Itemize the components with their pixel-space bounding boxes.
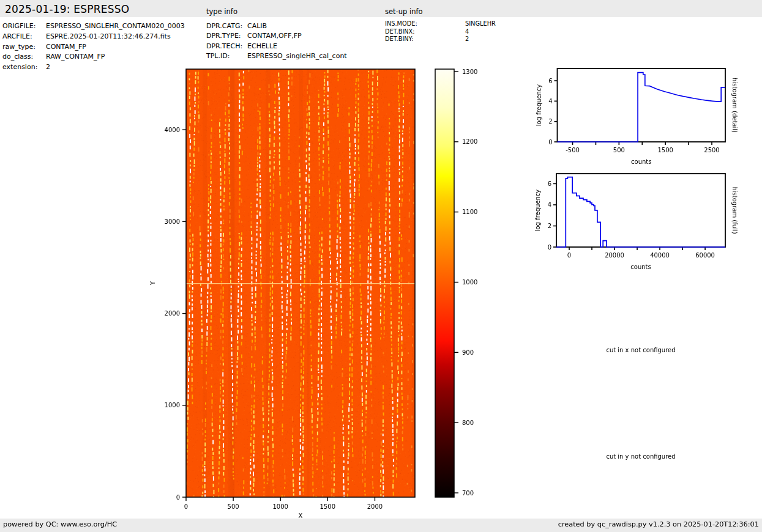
metadata-row: ORIGFILE:ESPRESSO_SINGLEHR_CONTAM020_000… [2, 21, 185, 32]
main-image-plot [186, 69, 415, 497]
y-tick-label: 4 [548, 201, 551, 208]
x-tick-label: -500 [566, 147, 580, 153]
metadata-label: do_class: [2, 52, 46, 62]
y-tick-label: 4000 [165, 127, 180, 133]
histogram-full-plot [556, 174, 725, 247]
metadata-row: raw_type:CONTAM_FP [2, 42, 185, 53]
metadata-value: CONTAM_FP [46, 42, 86, 53]
type-info-label: DPR.CATG: [206, 21, 247, 31]
y-tick-label: 0 [548, 139, 552, 146]
y-tick-label: 2 [548, 223, 551, 229]
y-tick-label: 3000 [165, 218, 180, 225]
type-info-value: ECHELLE [247, 42, 277, 51]
setup-info-value: SINGLEHR [465, 20, 496, 28]
type-info-row: DPR.TECH:ECHELLE [206, 42, 347, 51]
x-tick-label: 1500 [657, 147, 673, 153]
x-tick-label: 1500 [320, 503, 335, 510]
x-tick-label: 1000 [273, 503, 288, 510]
type-info-label: DPR.TYPE: [206, 31, 247, 41]
y-tick-label: 2000 [165, 310, 180, 317]
metadata-row: extension:2 [2, 62, 185, 73]
x-tick-label: 60000 [695, 252, 715, 259]
x-tick-label: 40000 [650, 252, 670, 259]
setup-info-label: DET.BINY: [385, 35, 465, 43]
y-tick-label: 0 [176, 494, 180, 501]
page-title: 2025-01-19: ESPRESSO [5, 3, 129, 15]
histogram-full-title: histogram (full) [731, 187, 738, 234]
footer-created-by: created by qc_rawdisp.py v1.2.3 on 2025-… [558, 520, 759, 528]
metadata-value: ESPRESSO_SINGLEHR_CONTAM020_0003 [46, 21, 185, 32]
type-info-label: TPL.ID: [206, 51, 247, 61]
x-tick-label: 0 [184, 503, 188, 510]
setup-info-row: DET.BINX:4 [385, 28, 496, 36]
colorbar-tick-label: 800 [462, 419, 474, 426]
metadata-row: do_class:RAW_CONTAM_FP [2, 52, 185, 62]
metadata-value: 2 [46, 62, 50, 73]
colorbar-tick-label: 1200 [462, 138, 477, 145]
histogram-detail-plot [557, 68, 725, 142]
colorbar-tick-label: 1000 [462, 279, 477, 286]
y-axis-label: log frequency [534, 190, 541, 232]
section-label-setup-info: set-up info [385, 7, 423, 16]
type-info-value: CALIB [247, 21, 267, 31]
setup-info-value: 2 [465, 35, 469, 43]
type-info-block: DPR.CATG:CALIBDPR.TYPE:CONTAM,OFF,FPDPR.… [206, 21, 347, 62]
type-info-row: TPL.ID:ESPRESSO_singleHR_cal_cont [206, 51, 347, 61]
footer-powered-by: powered by QC: www.eso.org/HC [3, 520, 117, 528]
setup-info-row: DET.BINY:2 [385, 35, 496, 43]
x-axis-label: counts [630, 264, 651, 270]
colorbar-tick-label: 700 [462, 490, 474, 497]
setup-info-row: INS.MODE:SINGLEHR [385, 20, 496, 28]
type-info-value: CONTAM,OFF,FP [247, 31, 302, 41]
x-tick-label: 20000 [605, 252, 624, 259]
y-tick-label: 0 [548, 244, 551, 251]
histogram-detail-title: histogram (detail) [731, 78, 738, 133]
metadata-row: ARCFILE:ESPRE.2025-01-20T11:32:46.274.fi… [2, 32, 185, 42]
metadata-label: ORIGFILE: [2, 21, 46, 32]
type-info-row: DPR.TYPE:CONTAM,OFF,FP [206, 31, 347, 41]
metadata-value: RAW_CONTAM_FP [46, 52, 105, 62]
metadata-value: ESPRE.2025-01-20T11:32:46.274.fits [46, 32, 171, 42]
y-tick-label: 2 [548, 118, 552, 125]
colorbar-gradient [435, 69, 454, 497]
y-tick-label: 4 [548, 98, 552, 105]
metadata-label: raw_type: [2, 42, 46, 53]
note-cut-x: cut in x not configured [556, 347, 725, 353]
colorbar-tick-label: 1300 [462, 68, 477, 75]
note-cut-y: cut in y not configured [556, 453, 725, 460]
setup-info-label: INS.MODE: [385, 20, 465, 28]
setup-info-label: DET.BINX: [385, 28, 465, 36]
setup-info-value: 4 [465, 28, 469, 36]
x-tick-label: 500 [228, 503, 239, 510]
x-axis-label: counts [631, 158, 651, 165]
x-tick-label: 2000 [367, 503, 383, 510]
x-tick-label: 500 [613, 147, 625, 153]
type-info-row: DPR.CATG:CALIB [206, 21, 347, 31]
y-tick-label: 6 [548, 78, 552, 84]
x-tick-label: 0 [567, 252, 571, 259]
colorbar-tick-label: 900 [462, 349, 474, 356]
setup-info-block: INS.MODE:SINGLEHRDET.BINX:4DET.BINY:2 [385, 20, 496, 43]
y-tick-label: 1000 [165, 402, 180, 408]
file-metadata-block: ORIGFILE:ESPRESSO_SINGLEHR_CONTAM020_000… [2, 21, 185, 73]
y-tick-label: 6 [548, 180, 551, 187]
metadata-label: extension: [2, 62, 46, 73]
y-axis-label: log frequency [536, 84, 542, 127]
y-axis-label: Y [149, 281, 156, 286]
qc-report-page: 2025-01-19: ESPRESSO type info set-up in… [0, 0, 762, 532]
section-label-type-info: type info [206, 7, 237, 16]
colorbar-tick-label: 1100 [462, 209, 477, 215]
x-tick-label: 2500 [704, 147, 719, 153]
type-info-label: DPR.TECH: [206, 42, 247, 51]
type-info-value: ESPRESSO_singleHR_cal_cont [247, 51, 347, 61]
metadata-label: ARCFILE: [2, 32, 46, 42]
